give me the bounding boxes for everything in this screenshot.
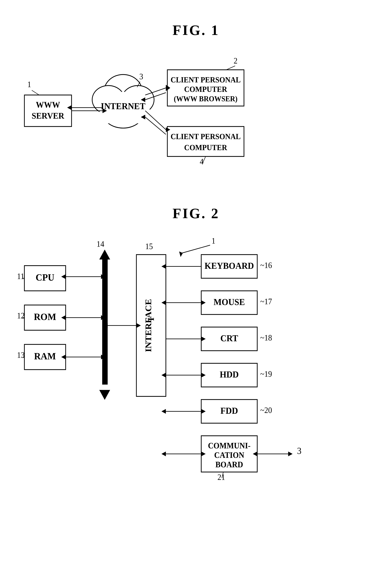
svg-text:CATION: CATION	[214, 451, 244, 460]
svg-marker-102	[201, 373, 206, 377]
svg-line-32	[145, 111, 166, 130]
svg-marker-108	[201, 452, 206, 456]
svg-point-6	[92, 86, 125, 114]
svg-marker-105	[201, 409, 206, 414]
svg-text:13: 13	[17, 350, 25, 360]
svg-rect-59	[201, 255, 257, 278]
svg-rect-62	[201, 291, 257, 315]
svg-text:(WWW BROWSER): (WWW BROWSER)	[174, 95, 238, 103]
svg-text:~19: ~19	[260, 370, 272, 379]
fig2-title: FIG. 2	[13, 205, 379, 222]
svg-marker-14	[103, 108, 107, 113]
svg-line-37	[182, 245, 210, 253]
svg-marker-91	[136, 323, 141, 328]
svg-text:11: 11	[17, 272, 25, 281]
svg-text:CLIENT PERSONAL: CLIENT PERSONAL	[170, 132, 241, 141]
svg-text:RAM: RAM	[34, 350, 56, 361]
fig2-svg: 1 CPU 11 ROM 12 RAM 13 14	[13, 234, 379, 502]
fig1-title: FIG. 1	[13, 22, 379, 38]
svg-text:~16: ~16	[260, 261, 272, 270]
svg-marker-35	[166, 127, 170, 132]
fig1-svg: WWW SERVER 1 INTERNET 3 C	[13, 51, 379, 193]
svg-text:ROM: ROM	[34, 311, 56, 322]
svg-marker-38	[179, 252, 183, 257]
svg-marker-88	[101, 355, 105, 359]
svg-rect-43	[25, 305, 66, 330]
svg-marker-52	[100, 250, 110, 259]
svg-text:1: 1	[212, 236, 215, 245]
svg-marker-24	[166, 85, 170, 91]
svg-text:BOARD: BOARD	[215, 460, 243, 469]
svg-rect-47	[25, 345, 66, 370]
svg-marker-82	[101, 274, 105, 279]
svg-rect-0	[25, 95, 72, 126]
svg-rect-53	[102, 259, 108, 385]
svg-rect-55	[136, 255, 166, 396]
svg-text:COMPUTER: COMPUTER	[184, 85, 227, 94]
svg-text:1: 1	[28, 80, 31, 89]
svg-text:15: 15	[145, 242, 153, 251]
svg-marker-104	[161, 409, 166, 414]
svg-line-4	[32, 90, 39, 95]
svg-text:KEYBOARD: KEYBOARD	[205, 260, 254, 271]
svg-text:12: 12	[17, 311, 25, 320]
svg-text:4: 4	[200, 157, 203, 166]
svg-line-12	[137, 82, 140, 87]
svg-line-25	[145, 93, 166, 100]
svg-line-23	[145, 88, 166, 95]
svg-line-31	[203, 156, 206, 163]
svg-marker-83	[61, 274, 66, 279]
svg-text:CRT: CRT	[220, 333, 238, 343]
svg-line-22	[226, 66, 235, 70]
svg-text:21: 21	[218, 473, 225, 482]
svg-rect-9	[100, 92, 150, 123]
svg-rect-39	[25, 266, 66, 291]
svg-text:MOUSE: MOUSE	[214, 297, 245, 307]
svg-text:~18: ~18	[260, 333, 272, 342]
svg-point-7	[122, 86, 154, 114]
svg-text:CPU: CPU	[36, 272, 54, 283]
svg-point-8	[103, 97, 144, 128]
svg-text:INTERNET: INTERNET	[101, 101, 145, 111]
svg-text:SERVER: SERVER	[32, 111, 64, 120]
svg-marker-26	[141, 97, 145, 102]
svg-line-79	[222, 472, 223, 478]
svg-marker-101	[161, 373, 166, 377]
svg-marker-99	[201, 337, 206, 341]
svg-marker-86	[61, 315, 66, 320]
svg-rect-74	[201, 436, 257, 472]
svg-text:COMMUNI-: COMMUNI-	[208, 441, 251, 450]
svg-rect-17	[168, 70, 244, 106]
svg-marker-34	[141, 115, 145, 119]
svg-text:3: 3	[140, 72, 143, 81]
svg-marker-94	[161, 264, 166, 269]
svg-text:FDD: FDD	[221, 405, 238, 416]
fig2-diagram: 1 CPU 11 ROM 12 RAM 13 14	[13, 234, 379, 502]
svg-marker-96	[161, 300, 166, 305]
svg-marker-16	[67, 105, 72, 110]
svg-marker-107	[161, 452, 166, 456]
svg-rect-68	[201, 363, 257, 387]
svg-marker-111	[288, 452, 293, 456]
svg-marker-110	[253, 452, 257, 456]
svg-text:CLIENT PERSONAL: CLIENT PERSONAL	[170, 75, 241, 84]
svg-point-5	[104, 75, 142, 109]
svg-text:~20: ~20	[260, 406, 272, 415]
svg-text:INTERFACE: INTERFACE	[143, 299, 153, 352]
svg-marker-92	[103, 323, 108, 328]
svg-text:HDD: HDD	[220, 369, 239, 379]
svg-rect-65	[201, 327, 257, 351]
svg-marker-54	[100, 390, 110, 400]
svg-rect-27	[168, 126, 244, 156]
svg-text:~17: ~17	[260, 297, 272, 306]
svg-text:COMPUTER: COMPUTER	[184, 143, 227, 152]
svg-marker-97	[201, 300, 206, 305]
svg-marker-89	[61, 355, 66, 359]
svg-text:3: 3	[297, 445, 302, 456]
svg-text:2: 2	[234, 56, 237, 65]
svg-text:WWW: WWW	[36, 100, 60, 110]
svg-line-33	[145, 117, 166, 134]
svg-text:14: 14	[97, 239, 104, 249]
page: FIG. 1 WWW SERVER 1 INTERNET 3	[0, 0, 392, 576]
svg-rect-71	[201, 400, 257, 423]
